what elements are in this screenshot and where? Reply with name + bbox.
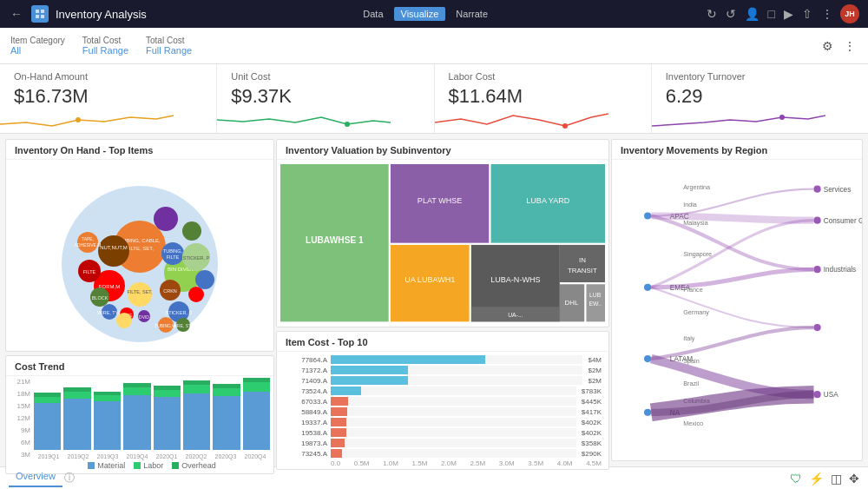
bar-material — [123, 395, 150, 450]
tabs: Overview ⓘ — [9, 469, 76, 487]
filter-category-label: Item Category — [10, 36, 65, 45]
filter-cost2-label: Total Cost — [146, 36, 192, 45]
bar — [331, 449, 342, 458]
svg-text:Industrials: Industrials — [824, 266, 856, 274]
xaxis-tick: 4.0M — [557, 459, 573, 467]
filter-bar-actions: ⚙ ⋮ — [820, 37, 858, 55]
xaxis-label: 2020Q4 — [240, 453, 270, 459]
item-cost-row: 67033.A $445K — [284, 397, 602, 406]
svg-text:TRANSIT: TRANSIT — [568, 267, 597, 274]
kpi-inventory-turnover: Inventory Turnover 6.29 — [652, 64, 868, 133]
main-content: Inventory On Hand - Top Items TUBING, CA… — [0, 134, 868, 466]
filter-item-category[interactable]: Item Category All — [10, 36, 65, 56]
svg-point-6 — [562, 123, 568, 129]
kpi-unit-cost-value: $9.37K — [231, 85, 419, 108]
more-icon[interactable]: ⋮ — [819, 5, 835, 23]
expand-icon[interactable]: ✥ — [849, 472, 859, 486]
bar-value: $402K — [582, 419, 602, 426]
filter-total-cost-1[interactable]: Total Cost Full Range — [82, 36, 128, 56]
middle-column: Inventory Valuation by Subinventory LUBA… — [276, 139, 609, 461]
item-cost-row: 73524.A $783K — [284, 387, 602, 395]
kpi-on-hand: On-Hand Amount $16.73M — [0, 64, 217, 133]
comment-icon[interactable]: □ — [766, 5, 777, 23]
svg-text:TUBING,: TUBING, — [163, 248, 183, 254]
svg-point-25 — [128, 282, 152, 307]
bar-labor — [34, 397, 61, 403]
xaxis-tick: 1.0M — [383, 459, 398, 467]
item-label: 19538.A — [284, 429, 327, 437]
svg-text:UA-...: UA-... — [508, 312, 523, 318]
legend-labor: Labor — [134, 461, 163, 470]
xaxis-label: 2019Q1 — [34, 453, 63, 459]
item-label: 67033.A — [284, 398, 327, 406]
bar-wrap — [331, 355, 582, 364]
back-icon[interactable]: ← — [9, 5, 24, 23]
bar — [331, 407, 347, 416]
bar-labor — [123, 387, 150, 395]
legend-labor-label: Labor — [143, 461, 163, 470]
xaxis: 0.00.5M1.0M1.5M2.0M2.5M3.0M3.5M4.0M4.5M — [284, 459, 602, 467]
xaxis-tick: 2.0M — [441, 459, 457, 467]
nav-narrate[interactable]: Narrate — [449, 7, 495, 21]
bar-material — [34, 403, 61, 450]
kpi-row: On-Hand Amount $16.73M Unit Cost $9.37K … — [0, 64, 868, 134]
redo-icon[interactable]: ↺ — [724, 5, 738, 23]
region-chart-panel: Inventory Movements by Region APAC EMEA … — [611, 139, 863, 461]
bar-material — [63, 399, 90, 450]
item-label: 77864.A — [284, 356, 327, 364]
svg-point-43 — [154, 207, 178, 231]
ellipsis-icon[interactable]: ⋮ — [842, 37, 858, 55]
item-cost-title: Item Cost - Top 10 — [277, 332, 608, 352]
bar-value: $783K — [582, 387, 602, 395]
nav-visualize[interactable]: Visualize — [394, 7, 446, 21]
item-label: 73524.A — [284, 387, 327, 395]
svg-point-85 — [813, 324, 820, 331]
bar-value: $2M — [588, 367, 602, 374]
svg-text:NUT,NUT,M: NUT,NUT,M — [100, 245, 128, 250]
top-bar-right: ↻ ↺ 👤 □ ▶ ⇧ ⋮ JH — [705, 4, 859, 23]
shield-icon[interactable]: 🛡 — [790, 472, 802, 486]
bolt-icon[interactable]: ⚡ — [809, 472, 824, 486]
bubble-chart-title: Inventory On Hand - Top Items — [6, 140, 273, 160]
bar-wrap — [331, 428, 576, 437]
app-title: Inventory Analysis — [56, 8, 147, 21]
bar — [331, 387, 361, 395]
nav-data[interactable]: Data — [356, 7, 390, 21]
bar-value: $358K — [582, 439, 602, 447]
svg-text:UA LUBAWH1: UA LUBAWH1 — [404, 275, 455, 284]
layout-icon[interactable]: ◫ — [831, 472, 842, 486]
svg-text:STICKER, D: STICKER, D — [166, 310, 193, 315]
bar-labor — [154, 390, 181, 397]
bar — [331, 366, 408, 374]
bar-value: $402K — [582, 429, 602, 437]
svg-point-77 — [644, 409, 651, 416]
item-cost-panel: Item Cost - Top 10 77864.A $4M 71372.A $… — [276, 331, 609, 470]
svg-point-83 — [813, 266, 820, 273]
undo-icon[interactable]: ↻ — [705, 5, 719, 23]
tab-overview[interactable]: Overview — [9, 469, 62, 487]
user-icon[interactable]: 👤 — [743, 5, 761, 23]
item-label: 58849.A — [284, 408, 327, 416]
xaxis-tick: 0.5M — [354, 459, 370, 467]
svg-point-44 — [182, 221, 201, 241]
bar — [331, 439, 345, 447]
export-icon[interactable]: ⇧ — [800, 5, 814, 23]
bubble-chart-container: TUBING, CABLE, FILTE, SET, BIN DIVIDER F… — [6, 160, 273, 351]
filter-total-cost-2[interactable]: Total Cost Full Range — [146, 36, 192, 56]
svg-text:LUBA YARD: LUBA YARD — [526, 196, 569, 205]
svg-text:WIRE, TYP: WIRE, TYP — [97, 310, 122, 315]
present-icon[interactable]: ▶ — [782, 5, 795, 23]
svg-point-75 — [644, 355, 651, 362]
xaxis-label: 2020Q1 — [152, 453, 181, 459]
add-tab-icon[interactable]: ⓘ — [62, 469, 76, 487]
yaxis-label: 12M — [16, 414, 30, 422]
svg-text:CRKN: CRKN — [163, 288, 177, 294]
svg-text:Brazil: Brazil — [683, 380, 699, 387]
xaxis-tick: 3.0M — [499, 459, 515, 467]
settings-icon[interactable]: ⚙ — [820, 37, 835, 55]
svg-point-42 — [188, 287, 204, 302]
svg-point-46 — [116, 313, 132, 328]
left-column: Inventory On Hand - Top Items TUBING, CA… — [5, 139, 274, 461]
item-cost-row: 77864.A $4M — [284, 355, 602, 364]
avatar[interactable]: JH — [840, 4, 859, 23]
